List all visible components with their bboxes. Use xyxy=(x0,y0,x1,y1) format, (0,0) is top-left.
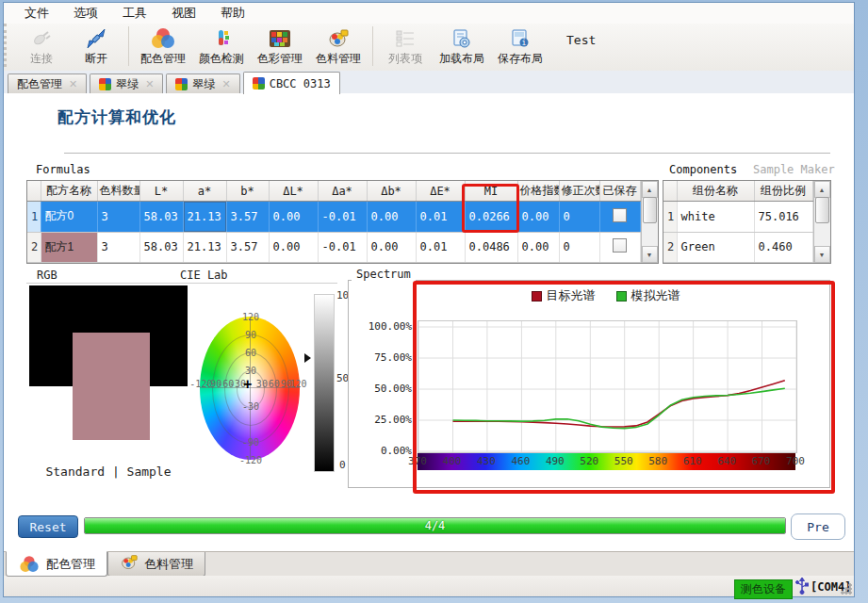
lightness-marker-icon[interactable] xyxy=(304,353,311,363)
MI-cell[interactable]: 0.0486 xyxy=(465,232,517,262)
color-matching-button[interactable]: 配色管理 xyxy=(134,25,192,71)
color-position-crosshair[interactable]: + xyxy=(243,376,252,393)
menu-options[interactable]: 选项 xyxy=(62,3,109,24)
col-header-saved[interactable]: 已保存 xyxy=(599,181,640,202)
color-detect-button[interactable]: 颜色检测 xyxy=(192,25,251,71)
lightness-slider[interactable] xyxy=(314,294,335,472)
corrections-cell[interactable]: 0 xyxy=(559,232,599,262)
tab-emerald-2[interactable]: 翠绿 ✕ xyxy=(166,73,239,93)
col-header-component-name[interactable]: 组份名称 xyxy=(677,181,754,202)
a-cell[interactable]: 21.13 xyxy=(183,232,226,262)
pigment-bucket-button[interactable]: 色料管理 xyxy=(309,25,368,71)
menu-file[interactable]: 文件 xyxy=(13,3,60,24)
close-icon[interactable]: ✕ xyxy=(69,78,77,90)
col-header-corrections[interactable]: 修正次数 xyxy=(559,181,599,202)
menu-tools[interactable]: 工具 xyxy=(111,3,158,24)
progress-text: 4/4 xyxy=(85,518,785,533)
color-palette-button[interactable]: 色彩管理 xyxy=(251,25,309,71)
close-icon[interactable]: ✕ xyxy=(145,78,154,90)
formulas-scrollbar[interactable]: ▲ ▼ xyxy=(641,181,658,263)
db-cell[interactable]: 0.00 xyxy=(367,202,416,232)
tab-label: 翠绿 xyxy=(192,76,215,92)
count-cell[interactable]: 3 xyxy=(97,202,139,232)
L-cell[interactable]: 58.03 xyxy=(139,232,183,262)
count-cell[interactable]: 3 xyxy=(97,232,139,262)
b-cell[interactable]: 3.57 xyxy=(226,202,269,232)
component-row-1[interactable]: 1 white 75.016 xyxy=(663,202,812,232)
tab-cbcc-0313[interactable]: CBCC 0313 xyxy=(243,72,340,94)
dL-cell[interactable]: 0.00 xyxy=(269,202,318,232)
component-ratio-cell[interactable]: 0.460 xyxy=(754,232,812,262)
reset-button[interactable]: Reset xyxy=(18,515,78,538)
x-tick-label: 430 xyxy=(477,455,496,467)
component-name-cell[interactable]: white xyxy=(677,202,754,232)
col-header-MI[interactable]: MI xyxy=(465,181,517,202)
col-header-a[interactable]: a* xyxy=(183,181,226,202)
scroll-down-icon[interactable]: ▼ xyxy=(642,246,658,263)
formula-row-1[interactable]: 1 配方0 3 58.03 21.13 3.57 0.00 -0.01 0.00… xyxy=(27,202,640,232)
a-tick-label: 60 xyxy=(269,379,280,389)
pre-button[interactable]: Pre xyxy=(791,513,845,540)
x-tick-label: 400 xyxy=(443,455,462,467)
price-cell[interactable]: 0.00 xyxy=(517,232,559,262)
col-header-db[interactable]: Δb* xyxy=(367,181,416,202)
menu-view[interactable]: 视图 xyxy=(160,3,207,24)
component-ratio-cell[interactable]: 75.016 xyxy=(754,202,812,232)
saved-checkbox[interactable] xyxy=(613,238,627,253)
b-tick-label: 120 xyxy=(242,312,259,322)
formula-name-cell[interactable]: 配方1 xyxy=(41,232,97,262)
col-header-component-ratio[interactable]: 组份比例 xyxy=(754,181,812,202)
save-layout-button[interactable]: i 保存布局 xyxy=(491,25,549,71)
component-row-2[interactable]: 2 Green 0.460 xyxy=(663,232,812,262)
connect-label: 连接 xyxy=(30,51,53,67)
db-cell[interactable]: 0.00 xyxy=(367,232,416,262)
formula-row-2[interactable]: 2 配方1 3 58.03 21.13 3.57 0.00 -0.01 0.00… xyxy=(27,232,640,262)
da-cell[interactable]: -0.01 xyxy=(318,202,367,232)
sample-maker-tab[interactable]: Sample Maker xyxy=(748,163,840,176)
scroll-up-icon[interactable]: ▲ xyxy=(642,181,658,198)
price-cell[interactable]: 0.00 xyxy=(517,202,559,232)
col-header-dL[interactable]: ΔL* xyxy=(269,181,318,202)
components-scrollbar[interactable]: ▲ ▼ xyxy=(813,181,830,263)
resize-grip[interactable] xyxy=(841,583,852,595)
corrections-cell[interactable]: 0 xyxy=(559,202,599,232)
col-header-count[interactable]: 色料数量 xyxy=(97,181,139,202)
dL-cell[interactable]: 0.00 xyxy=(269,232,318,262)
components-tab[interactable]: Components xyxy=(664,163,742,176)
col-header-price[interactable]: 价格指数 xyxy=(517,181,559,202)
row-number: 1 xyxy=(27,202,41,232)
disconnect-button[interactable]: 断开 xyxy=(69,25,123,71)
dE-cell[interactable]: 0.01 xyxy=(416,202,465,232)
col-header-name[interactable]: 配方名称 xyxy=(41,181,97,202)
MI-cell[interactable]: 0.0266 xyxy=(465,202,517,232)
scroll-thumb[interactable] xyxy=(643,197,657,223)
component-name-cell[interactable]: Green xyxy=(677,232,754,262)
cielab-panel-tab[interactable]: CIE Lab xyxy=(175,269,233,282)
spectrum-panel-tab[interactable]: Spectrum xyxy=(352,268,416,281)
rgb-panel-tab[interactable]: RGB xyxy=(32,269,62,282)
menu-bar: 文件 选项 工具 视图 帮助 xyxy=(4,3,854,24)
col-header-L[interactable]: L* xyxy=(139,181,183,202)
bottom-tab-color-matching[interactable]: 配色管理 xyxy=(6,551,107,577)
saved-checkbox[interactable] xyxy=(613,208,627,222)
bottom-tab-pigment-management[interactable]: 色料管理 xyxy=(107,552,205,577)
a-cell[interactable]: 21.13 xyxy=(183,202,226,232)
formulas-group-label: Formulas xyxy=(31,163,95,176)
close-icon[interactable]: ✕ xyxy=(221,78,230,90)
menu-help[interactable]: 帮助 xyxy=(209,3,256,24)
load-layout-button[interactable]: 加载布局 xyxy=(433,25,491,71)
scroll-up-icon[interactable]: ▲ xyxy=(814,181,830,198)
col-header-dE[interactable]: ΔE* xyxy=(416,181,465,202)
col-header-b[interactable]: b* xyxy=(226,181,269,202)
corner-header xyxy=(27,181,41,202)
tab-color-matching[interactable]: 配色管理 ✕ xyxy=(8,73,87,93)
b-cell[interactable]: 3.57 xyxy=(226,232,269,262)
da-cell[interactable]: -0.01 xyxy=(318,232,367,262)
dE-cell[interactable]: 0.01 xyxy=(416,232,465,262)
L-cell[interactable]: 58.03 xyxy=(139,202,183,232)
scroll-down-icon[interactable]: ▼ xyxy=(814,246,830,263)
scroll-thumb[interactable] xyxy=(815,197,829,223)
formula-name-cell[interactable]: 配方0 xyxy=(41,202,97,232)
col-header-da[interactable]: Δa* xyxy=(318,181,367,202)
tab-emerald-1[interactable]: 翠绿 ✕ xyxy=(90,73,163,93)
